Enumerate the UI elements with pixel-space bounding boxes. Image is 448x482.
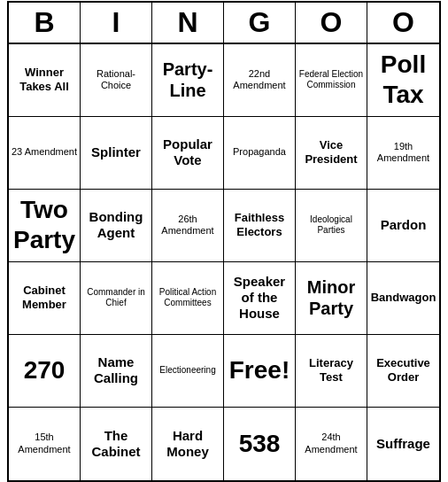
cell-33[interactable]: 538: [224, 408, 296, 480]
cell-7[interactable]: Splinter: [81, 117, 152, 190]
header-g: G: [224, 3, 296, 43]
cell-35[interactable]: Suffrage: [367, 408, 439, 480]
cell-21[interactable]: Speaker of the House: [224, 262, 296, 335]
cell-28[interactable]: Literacy Test: [296, 335, 367, 408]
cell-3[interactable]: 22nd Amendment: [224, 44, 296, 117]
cell-6[interactable]: 23 Amendment: [9, 117, 81, 190]
cell-10[interactable]: Vice President: [296, 117, 367, 190]
cell-2[interactable]: Party-Line: [152, 44, 224, 117]
cell-31[interactable]: The Cabinet: [81, 408, 152, 480]
header-i: I: [81, 3, 152, 43]
bingo-header: B I N G O O: [9, 3, 439, 44]
cell-5[interactable]: Poll Tax: [367, 44, 439, 117]
cell-0[interactable]: Winner Takes All: [9, 44, 81, 117]
cell-25[interactable]: Name Calling: [81, 335, 152, 408]
cell-9[interactable]: Propaganda: [224, 117, 296, 190]
cell-30[interactable]: 15th Amendment: [9, 408, 81, 480]
cell-15[interactable]: Faithless Electors: [224, 190, 296, 262]
bingo-grid: Winner Takes All Rational-Choice Party-L…: [9, 44, 439, 480]
cell-32[interactable]: Hard Money: [152, 408, 224, 480]
cell-34[interactable]: 24th Amendment: [296, 408, 367, 480]
header-b: B: [9, 3, 81, 43]
cell-22[interactable]: Minor Party: [296, 262, 367, 335]
header-o1: O: [296, 3, 367, 43]
header-o2: O: [367, 3, 439, 43]
cell-16[interactable]: Ideological Parties: [296, 190, 367, 262]
cell-8[interactable]: Popular Vote: [152, 117, 224, 190]
cell-23[interactable]: Bandwagon: [367, 262, 439, 335]
cell-14[interactable]: 26th Amendment: [152, 190, 224, 262]
cell-17[interactable]: Pardon: [367, 190, 439, 262]
cell-18[interactable]: Cabinet Member: [9, 262, 81, 335]
bingo-card: B I N G O O Winner Takes All Rational-Ch…: [7, 1, 441, 482]
cell-29[interactable]: Executive Order: [367, 335, 439, 408]
cell-11[interactable]: 19th Amendment: [367, 117, 439, 190]
cell-27[interactable]: Free!: [224, 335, 296, 408]
cell-20[interactable]: Political Action Committees: [152, 262, 224, 335]
cell-26[interactable]: Electioneering: [152, 335, 224, 408]
cell-4[interactable]: Federal Election Commission: [296, 44, 367, 117]
cell-1[interactable]: Rational-Choice: [81, 44, 152, 117]
cell-19[interactable]: Commander in Chief: [81, 262, 152, 335]
cell-24[interactable]: 270: [9, 335, 81, 408]
cell-12[interactable]: Two Party: [9, 190, 81, 262]
cell-13[interactable]: Bonding Agent: [81, 190, 152, 262]
header-n: N: [152, 3, 224, 43]
